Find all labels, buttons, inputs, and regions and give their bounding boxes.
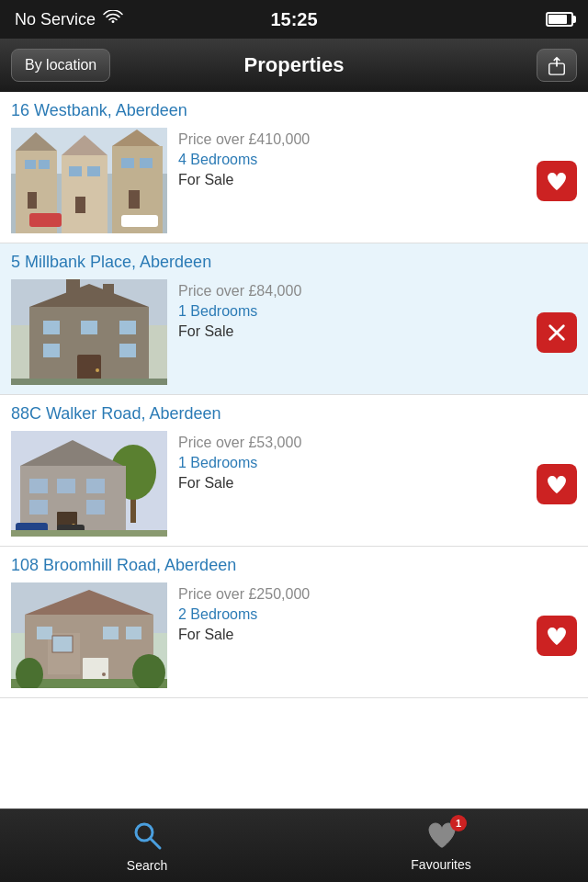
svg-rect-16 xyxy=(75,197,85,213)
favourite-button-4[interactable] xyxy=(537,616,577,656)
property-item-4[interactable]: 108 Broomhill Road, Aberdeen xyxy=(0,547,588,698)
property-address-4: 108 Broomhill Road, Aberdeen xyxy=(11,556,577,575)
property-status-1: For Sale xyxy=(178,172,526,188)
svg-rect-26 xyxy=(43,321,60,334)
svg-rect-45 xyxy=(86,500,105,514)
svg-point-32 xyxy=(96,368,99,372)
property-image-1 xyxy=(11,128,167,233)
tab-favourites[interactable]: 1 Favourites xyxy=(294,820,588,872)
svg-rect-44 xyxy=(29,500,48,514)
property-address-2: 5 Millbank Place, Aberdeen xyxy=(11,253,577,272)
svg-rect-18 xyxy=(29,213,62,227)
property-price-4: Price over £250,000 xyxy=(178,586,526,603)
svg-rect-28 xyxy=(119,321,136,334)
remove-favourite-button-2[interactable] xyxy=(537,312,577,353)
svg-line-66 xyxy=(151,839,160,848)
svg-rect-10 xyxy=(39,160,50,169)
svg-rect-19 xyxy=(121,215,158,227)
svg-rect-50 xyxy=(11,530,167,537)
property-price-3: Price over £53,000 xyxy=(178,435,526,451)
status-bar: No Service 15:25 xyxy=(0,0,588,39)
property-status-3: For Sale xyxy=(178,475,526,492)
svg-rect-25 xyxy=(103,284,114,307)
svg-rect-58 xyxy=(103,627,119,639)
status-time: 15:25 xyxy=(270,9,317,30)
property-details-4: Price over £250,000 2 Bedrooms For Sale xyxy=(178,582,526,643)
favourites-tab-label: Favourites xyxy=(411,857,470,872)
svg-rect-11 xyxy=(69,166,82,176)
svg-rect-57 xyxy=(52,636,73,652)
svg-rect-13 xyxy=(121,158,134,168)
svg-rect-59 xyxy=(126,627,141,639)
property-details-2: Price over £84,000 1 Bedrooms For Sale xyxy=(178,279,526,340)
property-list: 16 Westbank, Aberdeen xyxy=(0,92,588,808)
tab-search[interactable]: Search xyxy=(0,820,294,873)
property-image-3 xyxy=(11,431,167,537)
favourites-tab-icon: 1 xyxy=(424,820,458,854)
svg-rect-9 xyxy=(25,160,36,169)
svg-rect-29 xyxy=(43,344,60,357)
property-price-2: Price over £84,000 xyxy=(178,283,526,300)
property-image-4 xyxy=(11,582,167,688)
svg-rect-56 xyxy=(37,627,52,639)
battery-icon xyxy=(546,12,573,27)
property-status-2: For Sale xyxy=(178,323,526,340)
share-button[interactable] xyxy=(537,49,577,82)
favourite-button-1[interactable] xyxy=(537,161,577,201)
property-bedrooms-2: 1 Bedrooms xyxy=(178,303,526,320)
property-status-4: For Sale xyxy=(178,627,526,643)
svg-point-61 xyxy=(102,673,106,676)
wifi-icon xyxy=(103,10,123,29)
svg-rect-24 xyxy=(66,279,80,307)
property-address-1: 16 Westbank, Aberdeen xyxy=(11,101,577,120)
property-details-3: Price over £53,000 1 Bedrooms For Sale xyxy=(178,431,526,492)
nav-title: Properties xyxy=(244,53,345,77)
property-details-1: Price over £410,000 4 Bedrooms For Sale xyxy=(178,128,526,188)
nav-bar: By location Properties xyxy=(0,39,588,92)
svg-rect-15 xyxy=(28,192,37,209)
svg-rect-14 xyxy=(140,158,153,168)
property-item-3[interactable]: 88C Walker Road, Aberdeen xyxy=(0,395,588,547)
svg-rect-43 xyxy=(86,479,105,493)
svg-rect-5 xyxy=(62,155,107,233)
favourites-badge: 1 xyxy=(450,815,467,831)
svg-rect-41 xyxy=(29,479,48,493)
property-image-2 xyxy=(11,279,167,385)
svg-rect-42 xyxy=(57,479,75,493)
search-tab-label: Search xyxy=(127,858,167,873)
svg-rect-33 xyxy=(11,379,167,385)
svg-rect-12 xyxy=(87,166,100,176)
property-item-2[interactable]: 5 Millbank Place, Aberdeen xyxy=(0,243,588,395)
svg-rect-30 xyxy=(119,344,136,357)
property-item-1[interactable]: 16 Westbank, Aberdeen xyxy=(0,92,588,243)
tab-bar: Search 1 Favourites xyxy=(0,808,588,882)
svg-rect-27 xyxy=(81,321,97,334)
favourite-button-3[interactable] xyxy=(537,464,577,504)
svg-rect-17 xyxy=(129,190,140,209)
property-price-1: Price over £410,000 xyxy=(178,131,526,148)
property-address-3: 88C Walker Road, Aberdeen xyxy=(11,404,577,424)
search-tab-icon xyxy=(131,820,163,854)
carrier-text: No Service xyxy=(15,10,96,29)
property-bedrooms-3: 1 Bedrooms xyxy=(178,455,526,471)
by-location-button[interactable]: By location xyxy=(11,49,110,82)
property-bedrooms-4: 2 Bedrooms xyxy=(178,606,526,623)
property-bedrooms-1: 4 Bedrooms xyxy=(178,152,526,168)
